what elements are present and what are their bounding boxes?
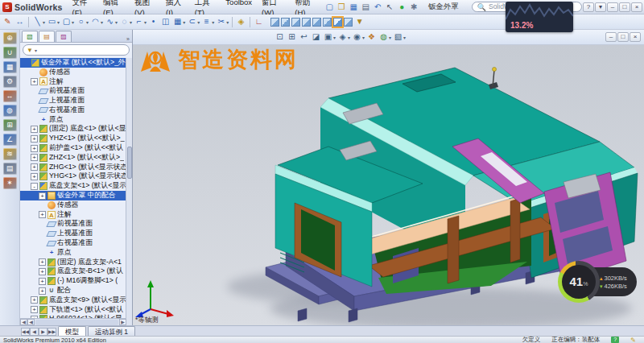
tree-item-6[interactable]: ++原点 xyxy=(20,115,126,125)
graphics-viewport[interactable]: 智造资料网 xyxy=(133,45,644,325)
tree-item-20[interactable]: ++原点 xyxy=(20,248,126,258)
move-component-icon[interactable]: ↔ xyxy=(3,90,17,102)
view-settings-icon[interactable]: ▧ xyxy=(393,31,403,43)
tree-expander-icon[interactable]: - xyxy=(31,183,38,190)
window-button-close-icon[interactable]: × xyxy=(631,2,642,12)
mate-icon[interactable]: ∪ xyxy=(3,47,17,59)
display-style-dropdown-icon[interactable]: ▾ xyxy=(348,35,350,40)
offset-entities-icon[interactable]: ≡ xyxy=(201,16,212,27)
sketch-fillet-dropdown-icon[interactable]: ▾ xyxy=(144,19,147,25)
corner-rectangle-icon[interactable]: ▭ xyxy=(47,16,57,27)
linear-sketch-pattern-icon[interactable]: ▦ xyxy=(172,16,183,27)
tree-item-11[interactable]: +ZHG<1> (默认<显示状态 xyxy=(20,163,126,172)
scroll-left2-icon[interactable]: ◀ xyxy=(27,319,35,325)
doc-tab-1[interactable]: 运动算例 1 xyxy=(88,326,135,336)
tab-scroll-first-icon[interactable]: ◀◀ xyxy=(21,328,30,336)
doc-window-minimize-icon[interactable]: – xyxy=(605,32,617,42)
ellipse-dropdown-icon[interactable]: ▾ xyxy=(130,19,132,25)
tree-expander-icon[interactable]: + xyxy=(31,306,38,313)
tree-item-3[interactable]: +前视基准面 xyxy=(20,86,126,96)
mirror-entities-icon[interactable]: ◫ xyxy=(160,16,171,27)
tree-expander-icon[interactable]: + xyxy=(31,135,38,143)
tree-item-25[interactable]: +底盘支架<9> (默认<显示 xyxy=(20,295,126,305)
point-icon[interactable]: • xyxy=(148,16,159,27)
open-document-icon[interactable]: ❒ xyxy=(336,2,347,13)
view-orientation-cube-2-icon[interactable] xyxy=(291,18,300,27)
tree-horizontal-scrollbar[interactable]: ◀ ◀ ▶ xyxy=(20,318,126,325)
doc-tab-0[interactable]: 模型 xyxy=(58,326,86,336)
view-orientation-cube-1-icon[interactable] xyxy=(281,18,290,27)
tree-item-8[interactable]: +YHZ<1> (默认<<默认>_ xyxy=(20,134,126,143)
zoom-to-fit-icon[interactable]: ⊡ xyxy=(275,31,285,43)
previous-view-icon[interactable]: ↩ xyxy=(299,31,309,43)
spline-icon[interactable]: ∿ xyxy=(105,16,115,27)
new-motion-study-icon[interactable]: ≋ xyxy=(3,148,17,160)
tab-scroll-last-icon[interactable]: ▶▶ xyxy=(47,328,56,336)
tree-item-23[interactable]: +(-) M16调整脚<1> ( xyxy=(20,276,126,286)
network-gauge-overlay[interactable]: ▴302KB/s ▾426KB/s 41% xyxy=(558,261,638,303)
view-orientation-cube-4-icon[interactable] xyxy=(312,18,321,27)
tree-item-15[interactable]: +传感器 xyxy=(20,200,126,210)
rebuild-traffic-light-icon[interactable]: ● xyxy=(397,2,407,13)
print-icon[interactable]: ▤ xyxy=(361,2,371,13)
tree-expander-icon[interactable]: + xyxy=(39,258,46,266)
tree-item-7[interactable]: +(固定) 底盘<1> (默认<显 xyxy=(20,125,126,134)
view-orientation-cube-3-icon[interactable] xyxy=(302,18,311,27)
window-button-restore-icon[interactable]: □ xyxy=(619,2,630,12)
view-triad-icon[interactable]: ∟ xyxy=(254,16,264,27)
bill-of-materials-icon[interactable]: ▤ xyxy=(3,163,17,175)
tree-item-9[interactable]: +前护盖<1> (默认<<默认 xyxy=(20,143,126,153)
tree-item-14[interactable]: +钣金外罩 中的配合 xyxy=(20,191,126,200)
tree-filter-input[interactable]: ▼ ▾ xyxy=(23,44,130,56)
convert-entities-dropdown-icon[interactable]: ▾ xyxy=(197,19,200,25)
tree-vertical-scrollbar[interactable] xyxy=(126,58,132,341)
apply-scene-icon[interactable]: ◍ xyxy=(378,31,389,43)
tree-item-26[interactable]: +下轨道<1> (默认<<默认 xyxy=(20,305,126,315)
window-button-minimize-icon[interactable]: – xyxy=(607,2,618,12)
options-gear-icon[interactable]: ✱ xyxy=(409,2,419,13)
show-hidden-components-icon[interactable]: ◍ xyxy=(3,105,17,117)
scrollbar-track[interactable] xyxy=(35,320,118,325)
tree-item-12[interactable]: +YHG<1> (默认<显示状态 xyxy=(20,172,126,182)
view-settings-dropdown-icon[interactable]: ▾ xyxy=(403,35,406,40)
scrollbar-thumb[interactable] xyxy=(127,147,132,179)
assembly-features-icon[interactable]: ⊞ xyxy=(3,119,17,131)
hide-show-items-dropdown-icon[interactable]: ▾ xyxy=(362,35,365,40)
tree-expander-icon[interactable]: + xyxy=(31,163,38,171)
line-dropdown-icon[interactable]: ▾ xyxy=(43,19,45,25)
window-button-help-dropdown-icon[interactable]: ▾ xyxy=(595,2,606,12)
tree-item-5[interactable]: +右视基准面 xyxy=(20,105,126,115)
tree-expander-icon[interactable]: + xyxy=(39,278,46,285)
recorder-overlay[interactable]: 13.2% xyxy=(506,2,573,32)
view-orientation-cube-5-icon[interactable] xyxy=(323,18,332,27)
tree-expander-icon[interactable]: + xyxy=(31,154,38,161)
view-orientation-cube-7-icon[interactable] xyxy=(344,18,353,27)
sketch-fillet-icon[interactable]: ⌐ xyxy=(134,16,144,27)
tree-item-24[interactable]: +∪配合 xyxy=(20,286,126,295)
tree-expander-icon[interactable]: + xyxy=(39,211,46,218)
circle-icon[interactable]: ○ xyxy=(76,16,86,27)
section-view-icon[interactable]: ◪ xyxy=(311,31,321,43)
tree-expander-icon[interactable]: + xyxy=(31,145,38,152)
spline-dropdown-icon[interactable]: ▾ xyxy=(115,19,118,25)
linear-component-pattern-icon[interactable]: ▦ xyxy=(3,61,17,73)
featuremanager-tab[interactable]: ▧ xyxy=(22,31,38,42)
tree-item-10[interactable]: +ZHZ<1> (默认<<默认>_ xyxy=(20,153,126,163)
window-button-help-icon[interactable]: ? xyxy=(583,2,594,12)
tree-item-1[interactable]: +传感器 xyxy=(20,68,126,77)
view-orientation-tool-icon[interactable]: ▣ xyxy=(323,31,333,43)
display-style-icon[interactable]: ◈ xyxy=(337,31,348,43)
scroll-right-icon[interactable]: ▶ xyxy=(119,319,126,325)
smart-fasteners-icon[interactable]: ⚙ xyxy=(3,76,17,88)
edit-appearance-icon[interactable]: ❖ xyxy=(366,31,377,43)
save-icon[interactable]: ▦ xyxy=(349,2,359,13)
offset-entities-dropdown-icon[interactable]: ▾ xyxy=(212,19,214,25)
quick-tips-icon[interactable]: ? xyxy=(611,337,619,343)
tab-scroll-left-icon[interactable]: ◀ xyxy=(30,328,39,336)
view-orientation-cube-0-icon[interactable] xyxy=(270,18,279,27)
tree-item-2[interactable]: +A注解 xyxy=(20,77,126,87)
ellipse-icon[interactable]: ◌ xyxy=(119,16,130,27)
hide-show-items-icon[interactable]: ◉ xyxy=(352,31,362,43)
propertymanager-tab[interactable]: ▤ xyxy=(39,31,55,42)
select-arrow-icon[interactable]: ↖ xyxy=(385,2,395,13)
